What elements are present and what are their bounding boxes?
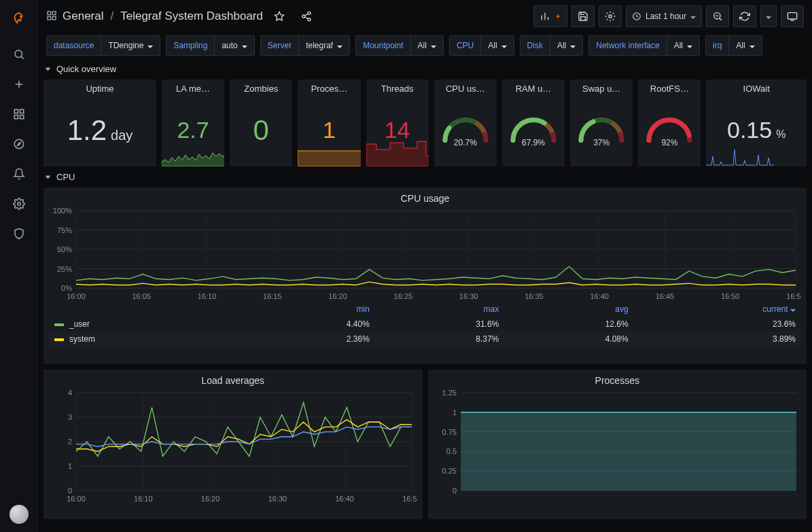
legend-cell: 4.40% — [245, 317, 374, 332]
grafana-logo-icon[interactable] — [5, 5, 33, 33]
share-button[interactable] — [296, 5, 317, 27]
legend-cell: 12.6% — [504, 317, 633, 332]
svg-text:16:45: 16:45 — [656, 292, 675, 300]
zoom-out-button[interactable] — [706, 5, 729, 27]
svg-text:16:20: 16:20 — [328, 292, 347, 300]
refresh-button[interactable] — [733, 5, 756, 27]
legend-cell: 8.37% — [375, 332, 504, 347]
configuration-icon[interactable] — [5, 190, 33, 217]
panel-title: Swap u… — [570, 79, 633, 94]
legend-row[interactable]: system2.36%8.37%4.08%3.89% — [49, 332, 801, 347]
panel-title: Processes — [428, 370, 807, 389]
legend-cell: 23.6% — [634, 317, 801, 332]
svg-rect-7 — [48, 12, 51, 15]
panel-swap-gauge[interactable]: Swap u… 37% — [570, 79, 633, 166]
time-range-label: Last 1 hour — [646, 12, 686, 21]
svg-rect-18 — [788, 13, 796, 19]
legend-col-current[interactable]: current — [634, 302, 801, 317]
search-icon[interactable] — [5, 41, 33, 68]
panel-load-averages[interactable]: Load averages 0123416:0016:1016:2016:301… — [43, 370, 423, 519]
dashboards-icon[interactable] — [5, 101, 33, 128]
panel-threads[interactable]: Threads 14 — [366, 79, 429, 166]
variable-label: Sampling — [166, 36, 215, 55]
variable-value[interactable]: All — [481, 36, 513, 55]
legend-col-max[interactable]: max — [375, 302, 504, 317]
svg-text:16:15: 16:15 — [263, 292, 282, 300]
section-title: Quick overview — [56, 64, 116, 74]
tv-mode-button[interactable] — [781, 5, 804, 27]
svg-text:1.25: 1.25 — [442, 389, 456, 397]
panel-title: Uptime — [43, 79, 156, 94]
panel-title: Load averages — [43, 370, 423, 389]
processes-chart[interactable]: 00.250.50.7511.25 — [434, 389, 802, 504]
save-button[interactable] — [571, 5, 595, 27]
panel-processes[interactable]: Processes 00.250.50.7511.25 — [428, 370, 807, 519]
svg-text:16:35: 16:35 — [525, 292, 544, 300]
panel-la[interactable]: LA me… 2.7 — [162, 79, 224, 166]
dashboards-nav-icon[interactable] — [46, 10, 57, 23]
alerting-icon[interactable] — [5, 160, 33, 188]
star-button[interactable] — [268, 5, 290, 27]
panel-title: LA me… — [162, 79, 224, 94]
settings-button[interactable] — [599, 5, 622, 27]
svg-marker-11 — [275, 12, 283, 20]
svg-text:16:50: 16:50 — [402, 495, 417, 503]
section-cpu[interactable]: CPU — [38, 169, 812, 185]
legend-row[interactable]: _user4.40%31.6%12.6%23.6% — [49, 317, 801, 332]
legend-col-avg[interactable]: avg — [504, 302, 633, 317]
panel-rootfs-gauge[interactable]: RootFS… 92% — [638, 79, 701, 166]
panel-zombies[interactable]: Zombies 0 — [230, 79, 292, 166]
legend-table: minmaxavgcurrent _user4.40%31.6%12.6%23.… — [49, 302, 801, 347]
variable-cpu: CPUAll — [449, 35, 514, 56]
admin-icon[interactable] — [5, 220, 33, 247]
variable-value[interactable]: All — [411, 36, 443, 55]
chevron-down-icon — [790, 304, 796, 314]
variable-value[interactable]: auto — [215, 36, 253, 55]
variable-value[interactable]: telegraf — [299, 36, 349, 55]
panel-uptime[interactable]: Uptime 1.2 day — [43, 79, 156, 166]
legend-col-min[interactable]: min — [245, 302, 374, 317]
variable-label: irq — [706, 36, 729, 55]
panel-title: Threads — [366, 79, 429, 94]
panel-title: Proces… — [298, 79, 360, 94]
load-averages-chart[interactable]: 0123416:0016:1016:2016:3016:4016:50 — [49, 389, 417, 504]
breadcrumb-separator: / — [110, 10, 113, 23]
panel-title: RAM u… — [502, 79, 565, 94]
panel-iowait[interactable]: IOWait 0.15 % — [706, 79, 807, 166]
panel-cpu-usage[interactable]: CPU usage 0%25%50%75%100%16:0016:0516:10… — [43, 188, 807, 364]
variable-value[interactable]: All — [550, 36, 582, 55]
section-quick-overview[interactable]: Quick overview — [38, 61, 812, 77]
time-picker[interactable]: Last 1 hour — [626, 5, 702, 27]
nav-sidebar — [0, 0, 38, 532]
user-avatar[interactable] — [10, 505, 29, 524]
explore-icon[interactable] — [5, 130, 33, 158]
svg-text:1: 1 — [68, 462, 72, 470]
gauge-value: 37% — [574, 138, 629, 147]
stat-unit: % — [776, 128, 785, 141]
stat-value: 2.7 — [177, 117, 209, 143]
svg-rect-2 — [20, 109, 23, 113]
svg-text:0.25: 0.25 — [442, 467, 456, 475]
variable-value[interactable]: All — [729, 36, 761, 55]
add-panel-button[interactable] — [533, 5, 567, 27]
stat-value: 1 — [323, 117, 336, 143]
cpu-usage-chart[interactable]: 0%25%50%75%100%16:0016:0516:1016:1516:20… — [49, 207, 801, 302]
panel-cpu-gauge[interactable]: CPU us… 20.7% — [434, 79, 497, 166]
svg-text:0%: 0% — [61, 284, 72, 292]
breadcrumb-folder[interactable]: General — [63, 10, 103, 23]
panel-ram-gauge[interactable]: RAM u… 67.9% — [502, 79, 565, 166]
plus-icon[interactable] — [5, 71, 33, 98]
breadcrumb: General / Telegraf System Dashboard — [63, 10, 263, 23]
variable-value[interactable]: All — [667, 36, 699, 55]
page-title[interactable]: Telegraf System Dashboard — [120, 10, 263, 23]
svg-text:16:20: 16:20 — [201, 495, 220, 503]
svg-text:16:50: 16:50 — [721, 292, 740, 300]
refresh-interval-picker[interactable] — [760, 5, 777, 27]
svg-text:100%: 100% — [53, 207, 72, 215]
stat-value: 1.2 — [67, 114, 107, 147]
variable-value[interactable]: TDengine — [101, 36, 160, 55]
variable-bar: datasourceTDengine Samplingauto Serverte… — [38, 33, 812, 61]
chevron-down-icon — [766, 12, 771, 21]
panel-processes-stat[interactable]: Proces… 1 — [298, 79, 360, 166]
svg-text:75%: 75% — [57, 226, 72, 234]
